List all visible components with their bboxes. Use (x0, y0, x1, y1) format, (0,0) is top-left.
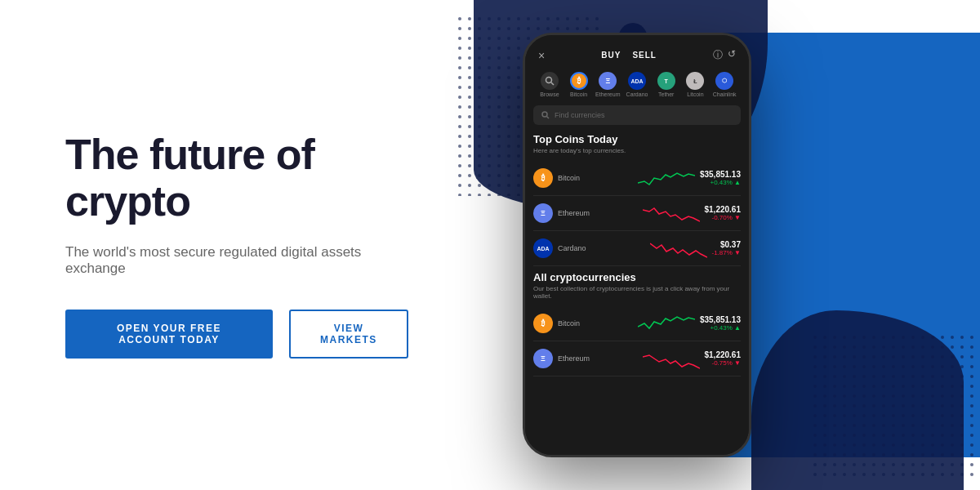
eth-price-top: $1,220.61 -0.70% ▼ (705, 205, 742, 221)
link-icon: ⬡ (715, 72, 733, 90)
coin-tab-link[interactable]: ⬡ Chainlink (710, 72, 739, 97)
view-markets-button[interactable]: VIEW MARKETS (289, 310, 408, 359)
all-crypto-sub: Our best collection of cryptocurrencies … (533, 285, 741, 300)
eth-price-val-2: $1,220.61 (705, 350, 742, 359)
btc-chart-all (638, 312, 695, 335)
btc-icon: ₿ (570, 72, 588, 90)
all-crypto-heading: All cryptocurrencies (533, 271, 741, 283)
btc-row-icon: ₿ (533, 168, 553, 188)
eth-change: -0.70% ▼ (705, 214, 742, 221)
buy-button[interactable]: BUY (601, 51, 621, 60)
coin-tab-usdt[interactable]: T Tether (652, 72, 681, 97)
coin-tab-btc[interactable]: ₿ Bitcoin (564, 72, 594, 97)
main-heading: The future of crypto (65, 131, 408, 225)
link-label: Chainlink (713, 91, 737, 97)
phone-header-icons: ⓘ ↺ (713, 48, 736, 62)
ada-name: Cardano (558, 244, 645, 252)
phone-outer: × BUY SELL ⓘ ↺ B (523, 33, 751, 457)
eth-row-icon: Ξ (533, 203, 553, 223)
coin-tab-ada[interactable]: ADA Cardano (622, 72, 652, 97)
svg-point-8 (546, 78, 551, 83)
ltc-label: Litcoin (687, 91, 703, 97)
ada-row-icon: ADA (533, 238, 553, 258)
eth-change-2: -0.75% ▼ (705, 359, 742, 367)
usdt-label: Tether (658, 91, 674, 97)
ada-chart-top (650, 237, 707, 260)
search-icon (541, 111, 550, 119)
coin-row-ada-top[interactable]: ADA Cardano $0.37 -1.87% ▼ (533, 231, 741, 266)
eth-icon: Ξ (599, 72, 617, 90)
coin-tab-eth[interactable]: Ξ Ethereum (593, 72, 622, 97)
phone-search-bar[interactable]: Find currencies (533, 105, 741, 125)
btc-name-2: Bitcoin (558, 319, 633, 327)
coin-tabs: Browse ₿ Bitcoin Ξ Ethereum ADA Cardano (533, 72, 741, 97)
subtitle: The world's most secure regulated digita… (65, 244, 408, 277)
ada-icon: ADA (628, 72, 646, 90)
coin-tab-browse[interactable]: Browse (535, 72, 564, 97)
svg-line-9 (551, 82, 554, 85)
all-crypto-section: All cryptocurrencies Our best collection… (533, 271, 741, 376)
btc-change: +0.43% ▲ (700, 179, 741, 186)
btc-label: Bitcoin (570, 91, 587, 97)
browse-label: Browse (540, 91, 559, 97)
sell-button[interactable]: SELL (632, 51, 657, 60)
phone-mockup: × BUY SELL ⓘ ↺ B (523, 33, 751, 457)
btc-info: Bitcoin (558, 174, 633, 182)
info-icon[interactable]: ⓘ (713, 48, 723, 62)
btc-change-2: +0.43% ▲ (700, 324, 741, 332)
phone-buy-sell: BUY SELL (601, 51, 657, 60)
btc-price-val-2: $35,851.13 (700, 315, 741, 324)
ada-price-val: $0.37 (712, 240, 742, 249)
eth-name-2: Ethereum (558, 354, 638, 363)
browse-icon (541, 72, 559, 90)
btc-name: Bitcoin (558, 174, 633, 182)
btc-price-all: $35,851.13 +0.43% ▲ (700, 315, 741, 332)
eth-label: Ethereum (595, 91, 620, 97)
coin-tab-ltc[interactable]: Ł Litcoin (681, 72, 710, 97)
refresh-icon[interactable]: ↺ (728, 48, 736, 62)
phone-header: × BUY SELL ⓘ ↺ (533, 45, 741, 65)
ada-label: Cardano (626, 91, 648, 97)
ada-price-top: $0.37 -1.87% ▼ (712, 240, 742, 256)
top-coins-sub: Here are today's top currencies. (533, 147, 741, 154)
eth-chart-top (643, 202, 700, 225)
top-coins-section: Top Coins Today Here are today's top cur… (533, 133, 741, 266)
btc-price-val: $35,851.13 (700, 170, 741, 179)
eth-chart-all (643, 347, 700, 370)
usdt-icon: T (657, 72, 675, 90)
eth-row-icon-2: Ξ (533, 349, 553, 368)
phone-screen: × BUY SELL ⓘ ↺ B (525, 35, 749, 455)
btc-row-icon-2: ₿ (533, 314, 553, 333)
btc-info-2: Bitcoin (558, 319, 633, 327)
top-coins-heading: Top Coins Today (533, 133, 741, 145)
cta-buttons: OPEN YOUR FREE ACCOUNT TODAY VIEW MARKET… (65, 310, 408, 359)
eth-price-all: $1,220.61 -0.75% ▼ (705, 350, 742, 367)
ada-info: Cardano (558, 244, 645, 252)
svg-point-10 (542, 112, 547, 117)
eth-name: Ethereum (558, 209, 638, 217)
eth-info-2: Ethereum (558, 354, 638, 363)
svg-line-11 (547, 117, 550, 119)
eth-info: Ethereum (558, 209, 638, 217)
ltc-icon: Ł (686, 72, 704, 90)
dark-blob-bottom (751, 310, 964, 490)
coin-row-eth-all[interactable]: Ξ Ethereum $1,220.61 -0.75% ▼ (533, 341, 741, 376)
search-placeholder: Find currencies (555, 111, 605, 119)
coin-row-btc-all[interactable]: ₿ Bitcoin $35,851.13 +0.43% ▲ (533, 306, 741, 341)
coin-row-eth-top[interactable]: Ξ Ethereum $1,220.61 -0.70% ▼ (533, 196, 741, 231)
btc-price-top: $35,851.13 +0.43% ▲ (700, 170, 741, 186)
hero-left: The future of crypto The world's most se… (0, 0, 474, 490)
phone-close-icon[interactable]: × (538, 49, 545, 62)
open-account-button[interactable]: OPEN YOUR FREE ACCOUNT TODAY (65, 310, 273, 359)
ada-change: -1.87% ▼ (712, 249, 742, 256)
eth-price-val: $1,220.61 (705, 205, 742, 214)
btc-chart-top (638, 167, 695, 189)
hero-right: × BUY SELL ⓘ ↺ B (441, 0, 980, 490)
coin-row-btc-top[interactable]: ₿ Bitcoin $35,851.13 +0.43% ▲ (533, 161, 741, 196)
